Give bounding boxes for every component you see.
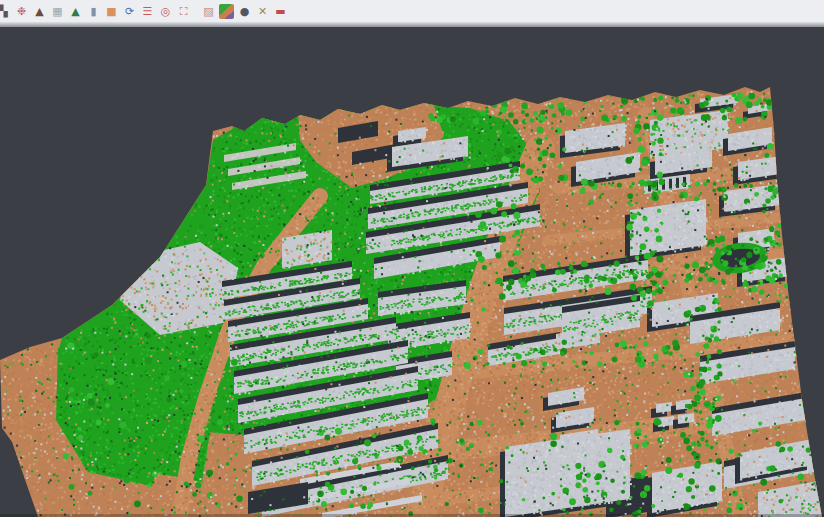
terrain-icon[interactable]: ▲ xyxy=(32,4,47,19)
profile-section-icon[interactable]: ▦ xyxy=(50,4,65,19)
clip-checker-icon[interactable]: ▨ xyxy=(201,4,216,19)
application-window: ▚❉▲▦▲▮■⟳☰◎⛶▨●✕▬ xyxy=(0,0,824,517)
building-icon[interactable]: ▮ xyxy=(86,4,101,19)
main-toolbar: ▚❉▲▦▲▮■⟳☰◎⛶▨●✕▬ xyxy=(0,0,824,23)
flag-bar-icon[interactable]: ▬ xyxy=(273,4,288,19)
rotate-view-icon[interactable]: ⟳ xyxy=(122,4,137,19)
select-bounds-icon[interactable]: ⛶ xyxy=(176,4,191,19)
scatter-points-icon[interactable]: ❉ xyxy=(14,4,29,19)
window-blocks-icon[interactable]: ▚ xyxy=(0,4,11,19)
classified-cloud-icon[interactable] xyxy=(219,4,234,19)
ground-tile-icon[interactable]: ■ xyxy=(104,4,119,19)
vegetation-hill-icon[interactable]: ▲ xyxy=(68,4,83,19)
measure-lines-icon[interactable]: ☰ xyxy=(140,4,155,19)
target-circle-icon[interactable]: ◎ xyxy=(158,4,173,19)
delete-cross-icon[interactable]: ✕ xyxy=(255,4,270,19)
sphere-icon[interactable]: ● xyxy=(237,4,252,19)
viewport-3d-pointcloud[interactable] xyxy=(0,27,824,517)
